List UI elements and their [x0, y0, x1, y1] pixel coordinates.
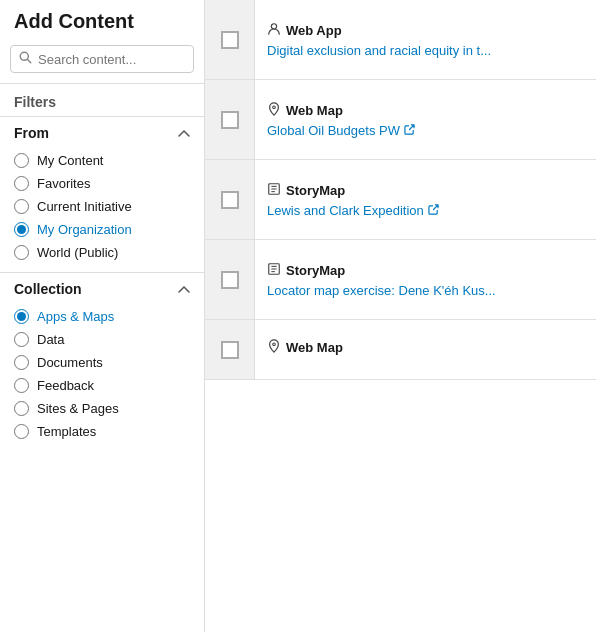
- item-title-4[interactable]: Locator map exercise: Dene K'éh Kus...: [267, 283, 584, 298]
- item-details-4: StoryMap Locator map exercise: Dene K'éh…: [255, 240, 596, 319]
- list-item: Web Map: [205, 320, 596, 380]
- item-checkbox-area-3[interactable]: [205, 160, 255, 239]
- radio-documents[interactable]: Documents: [14, 351, 190, 374]
- item-title-1[interactable]: Digital exclusion and racial equity in t…: [267, 43, 584, 58]
- collection-label: Collection: [14, 281, 82, 297]
- radio-current-initiative-label: Current Initiative: [37, 199, 132, 214]
- search-box[interactable]: [10, 45, 194, 73]
- storymap-icon-4: [267, 262, 281, 279]
- item-type-row-5: Web Map: [267, 339, 584, 356]
- right-panel: Web App Digital exclusion and racial equ…: [205, 0, 596, 632]
- from-label: From: [14, 125, 49, 141]
- item-type-row-3: StoryMap: [267, 182, 584, 199]
- item-type-row-4: StoryMap: [267, 262, 584, 279]
- radio-apps-maps[interactable]: Apps & Maps: [14, 305, 190, 328]
- item-type-label-1: Web App: [286, 23, 342, 38]
- radio-my-organization-label: My Organization: [37, 222, 132, 237]
- svg-line-1: [28, 60, 31, 63]
- radio-sites-pages[interactable]: Sites & Pages: [14, 397, 190, 420]
- radio-favorites-label: Favorites: [37, 176, 90, 191]
- panel-title: Add Content: [0, 0, 204, 41]
- item-checkbox-3[interactable]: [221, 191, 239, 209]
- item-details-2: Web Map Global Oil Budgets PW: [255, 80, 596, 159]
- item-type-label-5: Web Map: [286, 340, 343, 355]
- list-item: StoryMap Lewis and Clark Expedition: [205, 160, 596, 240]
- list-item: Web Map Global Oil Budgets PW: [205, 80, 596, 160]
- radio-sites-pages-label: Sites & Pages: [37, 401, 119, 416]
- item-checkbox-5[interactable]: [221, 341, 239, 359]
- item-type-row-1: Web App: [267, 22, 584, 39]
- item-title-3[interactable]: Lewis and Clark Expedition: [267, 203, 584, 218]
- item-checkbox-2[interactable]: [221, 111, 239, 129]
- item-checkbox-area-5[interactable]: [205, 320, 255, 379]
- external-link-icon-2: [404, 124, 415, 137]
- item-type-label-3: StoryMap: [286, 183, 345, 198]
- radio-apps-maps-label: Apps & Maps: [37, 309, 114, 324]
- item-type-row-2: Web Map: [267, 102, 584, 119]
- radio-current-initiative[interactable]: Current Initiative: [14, 195, 190, 218]
- item-details-1: Web App Digital exclusion and racial equ…: [255, 0, 596, 79]
- radio-world-public-label: World (Public): [37, 245, 118, 260]
- radio-documents-label: Documents: [37, 355, 103, 370]
- item-checkbox-area-4[interactable]: [205, 240, 255, 319]
- radio-world-public[interactable]: World (Public): [14, 241, 190, 264]
- item-checkbox-4[interactable]: [221, 271, 239, 289]
- item-details-3: StoryMap Lewis and Clark Expedition: [255, 160, 596, 239]
- item-type-label-2: Web Map: [286, 103, 343, 118]
- search-input[interactable]: [38, 52, 185, 67]
- collection-radio-group: Apps & Maps Data Documents Feedback Site…: [0, 303, 204, 451]
- collection-chevron-icon: [178, 282, 190, 296]
- search-icon: [19, 51, 32, 67]
- web-map-icon: [267, 102, 281, 119]
- collection-section-header[interactable]: Collection: [0, 273, 204, 303]
- from-radio-group: My Content Favorites Current Initiative …: [0, 147, 204, 272]
- list-item: StoryMap Locator map exercise: Dene K'éh…: [205, 240, 596, 320]
- from-chevron-icon: [178, 126, 190, 140]
- svg-point-2: [271, 23, 276, 28]
- radio-my-organization[interactable]: My Organization: [14, 218, 190, 241]
- item-type-label-4: StoryMap: [286, 263, 345, 278]
- web-app-icon: [267, 22, 281, 39]
- radio-templates-label: Templates: [37, 424, 96, 439]
- item-checkbox-area-1[interactable]: [205, 0, 255, 79]
- radio-templates[interactable]: Templates: [14, 420, 190, 443]
- radio-data-label: Data: [37, 332, 64, 347]
- radio-feedback[interactable]: Feedback: [14, 374, 190, 397]
- web-map-icon-5: [267, 339, 281, 356]
- radio-my-content[interactable]: My Content: [14, 149, 190, 172]
- svg-point-12: [273, 343, 276, 346]
- storymap-icon-3: [267, 182, 281, 199]
- list-item: Web App Digital exclusion and racial equ…: [205, 0, 596, 80]
- from-section-header[interactable]: From: [0, 117, 204, 147]
- svg-point-3: [273, 105, 276, 108]
- item-title-2[interactable]: Global Oil Budgets PW: [267, 123, 584, 138]
- item-details-5: Web Map: [255, 320, 596, 379]
- filters-label: Filters: [0, 84, 204, 116]
- radio-data[interactable]: Data: [14, 328, 190, 351]
- item-checkbox-area-2[interactable]: [205, 80, 255, 159]
- item-checkbox-1[interactable]: [221, 31, 239, 49]
- radio-favorites[interactable]: Favorites: [14, 172, 190, 195]
- left-panel: Add Content Filters From My Content Favo…: [0, 0, 205, 632]
- radio-my-content-label: My Content: [37, 153, 103, 168]
- external-link-icon-3: [428, 204, 439, 217]
- radio-feedback-label: Feedback: [37, 378, 94, 393]
